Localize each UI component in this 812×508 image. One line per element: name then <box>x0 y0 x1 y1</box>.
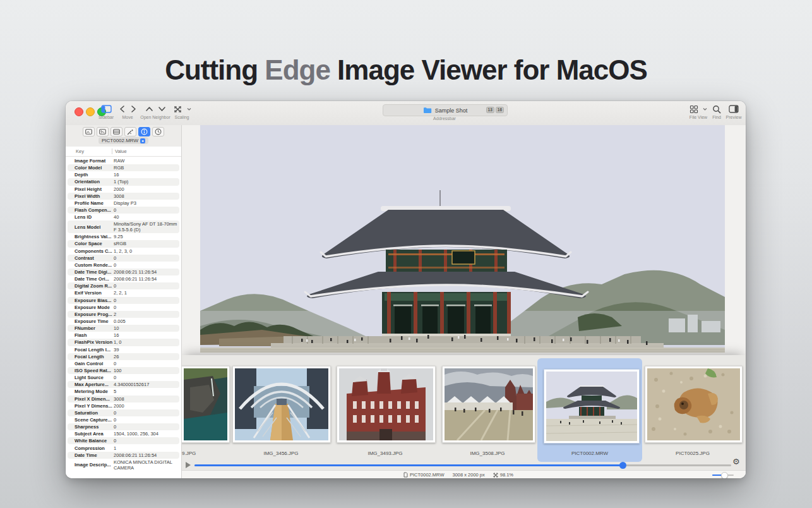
search-icon <box>712 105 721 114</box>
status-zoom-value: 98.1% <box>500 472 513 478</box>
table-row: Pixel Height 2000 <box>68 186 179 193</box>
table-row: Gain Control 0 <box>68 360 179 367</box>
meta-value: 3008 <box>114 193 179 200</box>
meta-key: ISO Speed Rat... <box>75 368 114 373</box>
sidebar-header: PICT0002.MRW ● <box>66 125 181 147</box>
table-row: Lens Model Minolta/Sony AF DT 18-70mm F … <box>68 221 179 233</box>
toolbar: Sidebar Move Open Neighbor Scaling <box>66 101 746 126</box>
table-row: Scene Capture... 0 <box>68 416 179 423</box>
sidebar-icon <box>101 105 112 113</box>
meta-value: 2, 2, 1 <box>114 289 179 296</box>
scale-icon <box>493 473 498 478</box>
meta-key: Date Time Ori... <box>75 276 114 282</box>
meta-key: Pixel Height <box>75 186 114 192</box>
tab-history[interactable] <box>152 127 164 136</box>
meta-key: Scene Capture... <box>75 417 114 423</box>
meta-value: 0 <box>114 437 179 444</box>
tab-list[interactable] <box>110 127 122 136</box>
meta-value: 2008:06:21 11:26:54 <box>114 275 179 282</box>
museum-thumbnail-graphic <box>339 368 433 440</box>
open-neighbor-label: Open Neighbor <box>140 115 170 119</box>
meta-key: Components C... <box>75 248 114 254</box>
move-buttons[interactable]: Move <box>115 104 140 119</box>
meta-key: White Balance <box>75 438 114 444</box>
meta-key: Flash <box>75 332 114 338</box>
meta-value: 1 <box>114 445 179 452</box>
tab-photos[interactable] <box>97 127 109 136</box>
meta-value: 40 <box>114 214 179 221</box>
meta-key: Color Space <box>75 241 114 246</box>
meta-value: 0 <box>114 255 179 262</box>
meta-key: Exposure Time <box>75 318 114 324</box>
meta-value: 2000 <box>114 186 179 193</box>
table-row: Pixel Width 3008 <box>68 193 179 200</box>
table-row: Sharpness 0 <box>68 423 179 430</box>
thumbnail-label: IMG_3493.JPG <box>341 451 429 456</box>
table-row: Depth 16 <box>68 171 179 178</box>
meta-key: Brightness Val... <box>75 234 114 239</box>
meta-key: Focal Length I... <box>75 347 114 353</box>
table-icon <box>113 129 120 135</box>
preview-button[interactable]: Preview <box>722 104 745 119</box>
addressbar-badge-2: 16 <box>496 107 504 113</box>
meta-key: Focal Length <box>75 354 114 360</box>
grid-view-icon <box>690 105 698 114</box>
info-icon <box>141 128 148 135</box>
thumbnail-palace-selected[interactable] <box>544 369 640 444</box>
current-file-pill[interactable]: PICT0002.MRW ● <box>66 137 181 144</box>
table-row: Date Time 2008:06:21 11:26:54 <box>68 452 179 459</box>
table-row: Lens ID 40 <box>68 214 179 221</box>
close-window-button[interactable] <box>75 107 83 116</box>
main-image-gyeongbokgung[interactable] <box>200 125 725 353</box>
meta-key: Orientation <box>75 179 114 184</box>
meta-key: FlashPix Version <box>75 339 114 345</box>
tab-folders[interactable] <box>83 127 95 136</box>
meta-key: Exposure Prog... <box>75 311 114 317</box>
tab-adjust[interactable] <box>124 127 136 136</box>
meta-value: RAW <box>114 157 179 164</box>
table-row: Metering Mode 5 <box>68 388 179 395</box>
meta-value: 2 <box>114 311 179 318</box>
filmstrip-slider-fill <box>194 464 623 466</box>
table-row: Exposure Prog... 2 <box>68 311 179 318</box>
meta-key: Profile Name <box>75 200 114 206</box>
metadata-table-header: Key Value <box>66 147 181 157</box>
thumbnail-size-slider-knob[interactable] <box>721 472 728 478</box>
folder-icon <box>423 107 432 114</box>
addressbar[interactable]: Sample Shot 13 16 <box>383 104 508 116</box>
thumbnail-cliff[interactable] <box>181 366 230 443</box>
metadata-sidebar: PICT0002.MRW ● Key Value Image Format RA… <box>66 125 182 478</box>
play-slideshow-button[interactable] <box>186 462 191 468</box>
folder-image-icon <box>85 129 92 135</box>
tab-info[interactable] <box>138 127 150 136</box>
meta-value: 1 (Top) <box>114 178 179 185</box>
table-row: Custom Rende... 0 <box>68 262 179 269</box>
title-part-1: Cutting <box>165 54 265 85</box>
table-row: FlashPix Version 1, 0 <box>68 339 179 346</box>
chevron-down-small-icon <box>703 107 707 111</box>
thumbnail-bridge[interactable] <box>232 366 331 443</box>
thumbnail-puppies[interactable] <box>645 366 743 443</box>
thumbnail-museum[interactable] <box>337 366 436 443</box>
table-row: Focal Length I... 39 <box>68 346 179 353</box>
meta-key: Depth <box>75 172 114 178</box>
filmstrip-slider-knob[interactable] <box>619 462 626 469</box>
gear-icon[interactable]: ⚙ <box>732 457 740 466</box>
meta-key: Compression <box>75 445 114 451</box>
meta-key: Exif Version <box>75 290 114 296</box>
meta-value: 1, 0 <box>114 339 179 346</box>
table-row: Exposure Time 0.005 <box>68 318 179 325</box>
meta-value: 2008:06:21 11:26:54 <box>114 452 179 459</box>
meta-key: Date Time Digi... <box>75 269 114 275</box>
scaling-button[interactable]: Scaling <box>169 104 194 119</box>
open-neighbor-buttons[interactable]: Open Neighbor <box>140 104 170 119</box>
table-row: Color Space sRGB <box>68 240 179 247</box>
table-row: Contrast 0 <box>68 255 179 262</box>
meta-key: Custom Rende... <box>75 262 114 268</box>
meta-value: 16 <box>114 171 179 178</box>
thumbnail-label: PICT0002.MRW <box>546 451 634 456</box>
square-thumbnail-graphic <box>445 368 533 440</box>
thumbnail-square[interactable] <box>442 366 535 443</box>
meta-key: Exposure Bias... <box>75 298 114 303</box>
document-icon <box>403 472 408 478</box>
